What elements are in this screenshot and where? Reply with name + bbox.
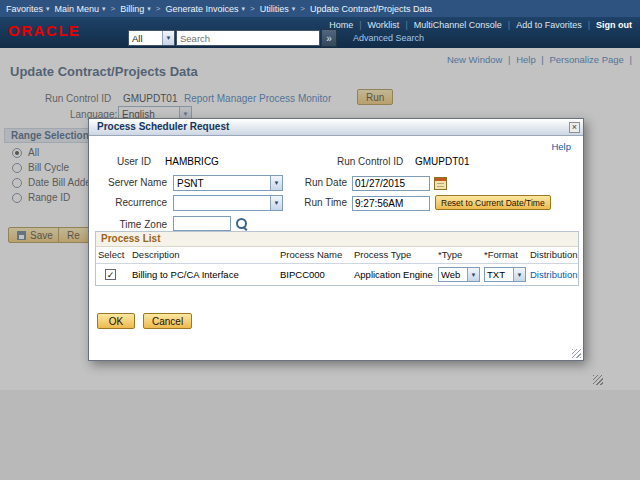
search-scope-select[interactable]: All ▼	[128, 30, 175, 46]
chevron-down-icon: ▼	[467, 268, 479, 281]
breadcrumb-separator-icon: >	[156, 4, 161, 13]
chevron-down-icon: ▼	[162, 31, 174, 45]
type-select[interactable]: Web ▼	[438, 267, 480, 282]
user-id-label: User ID	[117, 156, 151, 167]
search-box	[176, 30, 320, 46]
col-select: Select	[96, 247, 130, 264]
run-date-label: Run Date	[285, 177, 347, 188]
breadcrumb-separator-icon: >	[250, 4, 255, 13]
breadcrumb-item-billing[interactable]: Billing ▾	[120, 4, 151, 14]
caret-down-icon: ▾	[292, 5, 296, 13]
col-distribution: Distribution	[528, 247, 578, 264]
breadcrumb-separator-icon: >	[300, 4, 305, 13]
search-scope-value: All	[129, 33, 162, 44]
process-list-title: Process List	[96, 232, 578, 247]
search-go-button[interactable]: »	[321, 29, 337, 47]
breadcrumb-label: Billing	[120, 4, 144, 14]
breadcrumb-separator-icon: >	[111, 4, 116, 13]
global-search: All ▼ » Advanced Search	[128, 29, 424, 47]
col-format: *Format	[482, 247, 528, 264]
dialog-title: Process Scheduler Request	[89, 119, 583, 136]
lookup-magnifier-icon[interactable]	[236, 218, 248, 230]
col-type: *Type	[436, 247, 482, 264]
oracle-logo: ORACLE	[8, 22, 80, 39]
run-time-label: Run Time	[285, 197, 347, 208]
breadcrumb-item-favorites[interactable]: Favorites ▾	[6, 4, 50, 14]
server-name-value: PSNT	[174, 178, 270, 189]
col-process-type: Process Type	[352, 247, 436, 264]
server-name-label: Server Name	[89, 177, 167, 188]
header-band: ORACLE Home | Worklist | MultiChannel Co…	[0, 17, 640, 48]
close-icon[interactable]: ×	[569, 122, 580, 133]
time-zone-label: Time Zone	[89, 219, 167, 230]
dialog-run-control-id-label: Run Control ID	[337, 156, 403, 167]
row-description: Billing to PC/CA Interface	[130, 264, 278, 286]
caret-down-icon: ▾	[102, 5, 106, 13]
run-time-input[interactable]	[352, 196, 430, 211]
grid-header-row: Select Description Process Name Process …	[96, 247, 578, 264]
chevron-down-icon: ▼	[270, 196, 282, 210]
breadcrumb-item-generate-invoices[interactable]: Generate Invoices ▾	[165, 4, 245, 14]
breadcrumb-label: Utilities	[260, 4, 289, 14]
advanced-search-link[interactable]: Advanced Search	[353, 33, 424, 43]
time-zone-input[interactable]	[173, 216, 231, 231]
dialog-resize-grip-icon[interactable]	[572, 349, 581, 358]
search-input[interactable]	[177, 31, 319, 45]
ok-button[interactable]: OK	[97, 313, 135, 329]
caret-down-icon: ▾	[242, 5, 246, 13]
resize-grip-icon[interactable]	[593, 375, 603, 385]
run-date-input[interactable]	[352, 176, 430, 191]
col-description: Description	[130, 247, 278, 264]
sign-out-link[interactable]: Sign out	[596, 20, 632, 30]
user-id-value: HAMBRICG	[165, 156, 219, 167]
dialog-help-link[interactable]: Help	[551, 141, 571, 152]
format-value: TXT	[485, 269, 513, 280]
breadcrumb-label: Main Menu	[55, 4, 100, 14]
chevron-down-icon: ▼	[513, 268, 525, 281]
dialog-run-control-id-value: GMUPDT01	[415, 156, 469, 167]
process-row: ✓ Billing to PC/CA Interface BIPCC000 Ap…	[96, 264, 578, 286]
caret-down-icon: ▾	[46, 5, 50, 13]
recurrence-label: Recurrence	[89, 197, 167, 208]
cancel-button[interactable]: Cancel	[143, 313, 192, 329]
breadcrumb-label: Favorites	[6, 4, 43, 14]
separator: |	[508, 20, 510, 30]
row-process-name: BIPCC000	[278, 264, 352, 286]
type-value: Web	[439, 269, 467, 280]
breadcrumb-item-utilities[interactable]: Utilities ▾	[260, 4, 296, 14]
caret-down-icon: ▾	[147, 5, 151, 13]
breadcrumb-label: Update Contract/Projects Data	[310, 4, 432, 14]
add-to-favorites-link[interactable]: Add to Favorites	[516, 20, 582, 30]
row-process-type: Application Engine	[352, 264, 436, 286]
process-scheduler-dialog: Process Scheduler Request × Help User ID…	[88, 118, 584, 361]
calendar-icon[interactable]	[434, 177, 447, 190]
distribution-link[interactable]: Distribution	[530, 269, 578, 280]
chevron-down-icon: ▼	[270, 176, 282, 190]
server-name-select[interactable]: PSNT ▼	[173, 175, 283, 191]
breadcrumb-label: Generate Invoices	[165, 4, 238, 14]
separator: |	[588, 20, 590, 30]
breadcrumb-item-main-menu[interactable]: Main Menu ▾	[55, 4, 106, 14]
row-checkbox[interactable]: ✓	[105, 269, 116, 280]
process-list: Process List Select Description Process …	[95, 231, 579, 286]
multichannel-console-link[interactable]: MultiChannel Console	[414, 20, 502, 30]
format-select[interactable]: TXT ▼	[484, 267, 526, 282]
col-process-name: Process Name	[278, 247, 352, 264]
breadcrumb: Favorites ▾ Main Menu ▾ > Billing ▾ > Ge…	[0, 0, 640, 17]
recurrence-select[interactable]: ▼	[173, 195, 283, 211]
process-grid: Select Description Process Name Process …	[96, 247, 578, 285]
breadcrumb-item-current-page: Update Contract/Projects Data	[310, 4, 432, 14]
reset-datetime-button[interactable]: Reset to Current Date/Time	[435, 195, 551, 210]
